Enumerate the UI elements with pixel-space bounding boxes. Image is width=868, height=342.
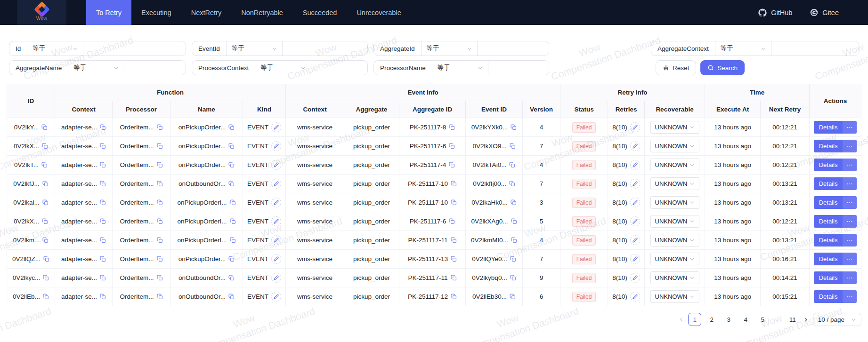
filter-value-input[interactable] [124,61,186,75]
copy-icon[interactable] [42,218,48,224]
copy-icon[interactable] [451,275,457,281]
edit-icon[interactable] [271,254,281,264]
more-actions-button[interactable]: ⋯ [843,271,857,284]
recoverable-select[interactable]: UNKNOWN [650,234,699,247]
more-actions-button[interactable]: ⋯ [843,253,857,265]
copy-icon[interactable] [451,237,457,243]
copy-icon[interactable] [230,237,236,243]
edit-icon[interactable] [630,235,640,245]
filter-operator-select[interactable]: 等于 [715,41,771,56]
tab-succeeded[interactable]: Succeeded [293,0,347,25]
copy-icon[interactable] [449,218,455,224]
filter-value-input[interactable] [311,61,367,75]
copy-icon[interactable] [228,124,235,130]
more-actions-button[interactable]: ⋯ [843,159,857,171]
copy-icon[interactable] [230,218,236,224]
copy-icon[interactable] [451,199,457,206]
page-button-4[interactable]: 4 [739,313,752,326]
github-link[interactable]: GitHub [758,8,792,17]
recoverable-select[interactable]: UNKNOWN [650,140,699,152]
page-button-3[interactable]: 3 [722,313,735,326]
copy-icon[interactable] [451,256,457,262]
tab-unrecoverable[interactable]: Unrecoverable [347,0,411,25]
copy-icon[interactable] [100,143,106,149]
copy-icon[interactable] [509,162,515,168]
details-button[interactable]: Details [814,196,843,209]
copy-icon[interactable] [42,181,49,187]
recoverable-select[interactable]: UNKNOWN [650,159,699,171]
copy-icon[interactable] [157,275,163,281]
edit-icon[interactable] [630,273,640,283]
copy-icon[interactable] [228,143,235,149]
details-button[interactable]: Details [814,140,843,152]
copy-icon[interactable] [43,256,49,262]
edit-icon[interactable] [630,216,640,226]
edit-icon[interactable] [271,141,281,151]
filter-operator-select[interactable]: 等于 [255,61,311,75]
edit-icon[interactable] [271,198,281,207]
filter-operator-select[interactable]: 等于 [432,61,488,75]
copy-icon[interactable] [43,294,49,300]
page-button-5[interactable]: 5 [756,313,769,326]
more-actions-button[interactable]: ⋯ [843,215,857,228]
page-button-11[interactable]: 11 [786,313,799,326]
edit-icon[interactable] [630,198,640,207]
recoverable-select[interactable]: UNKNOWN [650,271,699,284]
next-page-button[interactable] [803,317,809,323]
copy-icon[interactable] [510,275,516,281]
edit-icon[interactable] [271,292,281,302]
recoverable-select[interactable]: UNKNOWN [650,253,699,265]
recoverable-select[interactable]: UNKNOWN [650,177,699,190]
page-size-select[interactable]: 10 / page [813,313,861,326]
edit-icon[interactable] [630,179,640,189]
more-actions-button[interactable]: ⋯ [843,290,857,303]
copy-icon[interactable] [228,256,235,262]
tab-to-retry[interactable]: To Retry [86,0,131,25]
copy-icon[interactable] [157,294,163,300]
details-button[interactable]: Details [814,271,843,284]
copy-icon[interactable] [100,294,106,300]
reset-button[interactable]: Reset [656,60,696,75]
details-button[interactable]: Details [814,215,843,228]
copy-icon[interactable] [157,143,163,149]
copy-icon[interactable] [449,162,455,168]
copy-icon[interactable] [510,143,516,149]
edit-icon[interactable] [271,160,281,170]
copy-icon[interactable] [228,181,235,187]
copy-icon[interactable] [451,294,457,300]
copy-icon[interactable] [100,237,106,243]
edit-icon[interactable] [271,235,281,245]
recoverable-select[interactable]: UNKNOWN [650,196,699,209]
edit-icon[interactable] [271,179,281,189]
details-button[interactable]: Details [814,234,843,247]
recoverable-select[interactable]: UNKNOWN [650,121,699,134]
edit-icon[interactable] [271,122,281,132]
edit-icon[interactable] [630,292,640,302]
filter-operator-select[interactable]: 等于 [68,61,124,75]
edit-icon[interactable] [630,122,640,132]
copy-icon[interactable] [157,237,163,243]
copy-icon[interactable] [43,275,49,281]
more-actions-button[interactable]: ⋯ [843,196,857,209]
copy-icon[interactable] [449,143,455,149]
edit-icon[interactable] [630,160,640,170]
tab-nextretry[interactable]: NextRetry [181,0,231,25]
copy-icon[interactable] [100,275,106,281]
edit-icon[interactable] [630,141,640,151]
details-button[interactable]: Details [814,159,843,171]
details-button[interactable]: Details [814,121,843,134]
copy-icon[interactable] [157,256,163,262]
copy-icon[interactable] [100,256,106,262]
page-button-1[interactable]: 1 [688,313,701,326]
edit-icon[interactable] [630,254,640,264]
copy-icon[interactable] [511,218,517,224]
search-button[interactable]: Search [700,60,745,75]
filter-value-input[interactable] [488,61,549,75]
copy-icon[interactable] [100,199,106,206]
filter-value-input[interactable] [771,41,859,56]
copy-icon[interactable] [230,199,236,206]
copy-icon[interactable] [511,124,517,130]
filter-value-input[interactable] [83,41,186,56]
gitee-link[interactable]: Gitee [810,8,839,16]
details-button[interactable]: Details [814,290,843,303]
